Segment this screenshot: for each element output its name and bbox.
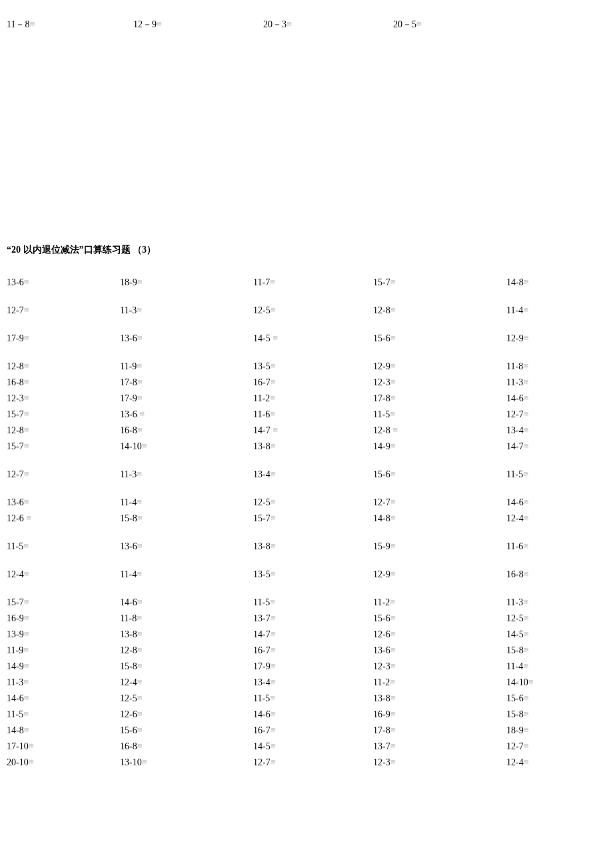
problem-row: 15-7=13-6 =11-6=11-5=12-7=: [7, 407, 606, 423]
problem-grid: 13-6=18-9=11-7=15-7=14-8=12-7=11-3=12-5=…: [7, 275, 606, 771]
problem-cell: 15-6=: [506, 691, 606, 707]
problem-cell: 15-8=: [506, 643, 606, 659]
problem-cell: 14-6=: [7, 691, 120, 707]
problem-cell: 11-6=: [506, 539, 606, 555]
problem-cell: 12－9=: [133, 19, 263, 31]
problem-cell: 20－5=: [393, 19, 520, 31]
problem-cell: 12-4=: [7, 567, 120, 583]
problem-cell: 15-6=: [373, 611, 506, 627]
problem-cell: 13-7=: [373, 739, 506, 755]
problem-cell: 13-7=: [253, 611, 373, 627]
problem-cell: 14-7 =: [253, 423, 373, 439]
problem-cell: 12-6 =: [7, 511, 120, 527]
problem-row: 14-9=15-8=17-9=12-3=11-4=: [7, 659, 606, 675]
problem-cell: 12-8 =: [373, 423, 506, 439]
page: 11－8= 12－9= 20－3= 20－5= “20 以内退位减法”口算练习题…: [0, 0, 613, 797]
problem-cell: 13-8=: [120, 627, 253, 643]
problem-cell: 15-8=: [120, 659, 253, 675]
problem-cell: 18-9=: [120, 275, 253, 291]
problem-row: 12-3=17-9=11-2=17-8=14-6=: [7, 391, 606, 407]
problem-cell: 11-5=: [373, 407, 506, 423]
problem-cell: 16-7=: [253, 723, 373, 739]
problem-cell: 16-7=: [253, 643, 373, 659]
problem-cell: 12-3=: [373, 659, 506, 675]
problem-cell: 11-6=: [253, 407, 373, 423]
problem-row: 14-8=15-6=16-7=17-8=18-9=: [7, 723, 606, 739]
problem-cell: 13-6=: [7, 275, 120, 291]
problem-cell: 14-9=: [373, 439, 506, 455]
problem-cell: 13-8=: [373, 691, 506, 707]
problem-row: 17-10=16-8=14-5=13-7=12-7=: [7, 739, 606, 755]
problem-cell: 20－3=: [263, 19, 393, 31]
problem-row: 20-10=13-10=12-7=12-3=12-4=: [7, 755, 606, 771]
problem-cell: 17-8=: [373, 723, 506, 739]
problem-cell: 11－8=: [7, 19, 133, 31]
problem-cell: 13-9=: [7, 627, 120, 643]
problem-cell: 12-7=: [7, 467, 120, 483]
problem-cell: 12-6=: [120, 707, 253, 723]
problem-cell: 11-3=: [120, 303, 253, 319]
problem-cell: 13-6=: [373, 643, 506, 659]
problem-cell: 11-5=: [7, 707, 120, 723]
problem-cell: 13-4=: [253, 467, 373, 483]
problem-cell: 15-6=: [373, 331, 506, 347]
problem-cell: 14-7=: [253, 627, 373, 643]
problem-cell: 15-9=: [373, 539, 506, 555]
problem-cell: 14-9=: [7, 659, 120, 675]
problem-cell: 12-8=: [7, 423, 120, 439]
problem-cell: 12-3=: [373, 755, 506, 771]
problem-cell: 17-8=: [373, 391, 506, 407]
problem-row: 17-9=13-6=14-5 =15-6=12-9=: [7, 331, 606, 347]
problem-cell: 12-8=: [7, 359, 120, 375]
problem-cell: 12-6=: [373, 627, 506, 643]
problem-cell: 14-10=: [506, 675, 606, 691]
problem-cell: 15-7=: [253, 511, 373, 527]
problem-cell: 15-6=: [373, 467, 506, 483]
problem-cell: 16-9=: [7, 611, 120, 627]
problem-cell: 14-6=: [120, 595, 253, 611]
problem-cell: 13-5=: [253, 567, 373, 583]
problem-cell: 14-8=: [7, 723, 120, 739]
problem-row: 12-8=11-9=13-5=12-9=11-8=: [7, 359, 606, 375]
problem-row: 12-6 =15-8=15-7=14-8=12-4=: [7, 511, 606, 527]
problem-cell: 14-6=: [506, 495, 606, 511]
problem-cell: 11-9=: [7, 643, 120, 659]
problem-cell: 16-8=: [120, 423, 253, 439]
problem-cell: 13-10=: [120, 755, 253, 771]
problem-cell: 16-8=: [506, 567, 606, 583]
problem-row: 13-9=13-8=14-7=12-6=14-5=: [7, 627, 606, 643]
problem-cell: 14-8=: [506, 275, 606, 291]
top-row: 11－8= 12－9= 20－3= 20－5=: [7, 19, 606, 31]
problem-cell: 14-5 =: [253, 331, 373, 347]
problem-row: 12-4=11-4=13-5=12-9=16-8=: [7, 567, 606, 583]
problem-cell: 12-9=: [373, 359, 506, 375]
problem-cell: 12-9=: [506, 331, 606, 347]
problem-cell: 16-9=: [373, 707, 506, 723]
problem-cell: 11-8=: [120, 611, 253, 627]
problem-cell: 15-6=: [120, 723, 253, 739]
problem-row: 11-3=12-4=13-4=11-2=14-10=: [7, 675, 606, 691]
problem-cell: 12-9=: [373, 567, 506, 583]
problem-row: 11-9=12-8=16-7=13-6=15-8=: [7, 643, 606, 659]
problem-cell: 11-3=: [506, 595, 606, 611]
problem-cell: 14-5=: [506, 627, 606, 643]
problem-cell: 11-4=: [120, 495, 253, 511]
problem-row: 16-9=11-8=13-7=15-6=12-5=: [7, 611, 606, 627]
problem-cell: 16-8=: [7, 375, 120, 391]
problem-cell: 14-7=: [506, 439, 606, 455]
problem-cell: 12-8=: [120, 643, 253, 659]
problem-cell: 13-5=: [253, 359, 373, 375]
problem-cell: 11-8=: [506, 359, 606, 375]
problem-row: 16-8=17-8=16-7=12-3=11-3=: [7, 375, 606, 391]
problem-cell: 12-7=: [373, 495, 506, 511]
problem-row: 12-8=16-8=14-7 =12-8 =13-4=: [7, 423, 606, 439]
problem-cell: 12-3=: [373, 375, 506, 391]
problem-cell: 15-7=: [7, 595, 120, 611]
problem-cell: 12-4=: [506, 511, 606, 527]
problem-cell: 13-8=: [253, 539, 373, 555]
problem-cell: 17-10=: [7, 739, 120, 755]
problem-cell: 11-4=: [506, 659, 606, 675]
problem-cell: 14-5=: [253, 739, 373, 755]
problem-cell: 12-7=: [253, 755, 373, 771]
problem-cell: 13-6=: [120, 539, 253, 555]
